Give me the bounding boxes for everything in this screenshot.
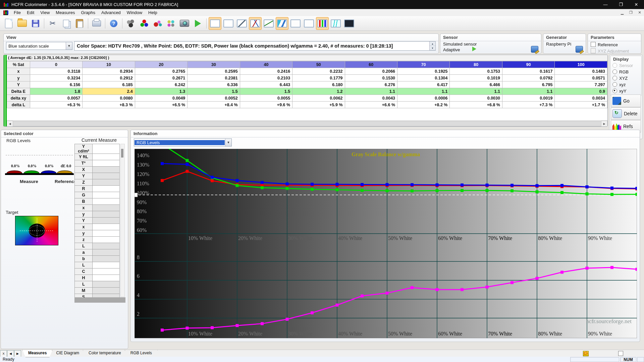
scroll-left-icon[interactable]: ◀ <box>7 121 13 127</box>
generator-configure-icon[interactable] <box>576 46 583 53</box>
cut-button[interactable]: ✂ <box>46 17 59 30</box>
measure-row-label: L <box>75 281 93 288</box>
measure-row-label: Y ftL <box>75 154 93 160</box>
view-blank-chart-button[interactable] <box>222 17 235 30</box>
print-button[interactable] <box>90 17 103 30</box>
minimize-button[interactable]: — <box>598 0 613 9</box>
sensor-panel-title: Sensor <box>440 34 541 41</box>
run-measures-button[interactable] <box>192 17 204 30</box>
svg-text:70% White: 70% White <box>488 235 512 241</box>
view-color-temp-icon <box>277 19 287 27</box>
tabs-next-icon[interactable]: ▶ <box>14 350 21 357</box>
mdi-close-button[interactable]: ✕ <box>635 10 644 15</box>
view-cie-diagram-icon <box>250 19 260 27</box>
scroll-right-icon[interactable]: ▶ <box>601 121 607 127</box>
chevron-down-icon[interactable]: ▼ <box>66 42 72 50</box>
cut-icon: ✂ <box>50 20 56 27</box>
sensor-configure-icon[interactable] <box>531 46 538 53</box>
measure-row-value <box>93 268 120 275</box>
save-button[interactable] <box>29 17 42 30</box>
maximize-button[interactable]: ❐ <box>613 0 629 9</box>
view-mode-dropdown[interactable]: Blue saturation scale ▼ <box>6 42 72 50</box>
view-free-measures-button[interactable] <box>343 17 356 30</box>
svg-text:50% White: 50% White <box>388 235 412 241</box>
notes-icon[interactable] <box>583 351 589 356</box>
menu-file[interactable]: File <box>11 9 24 16</box>
tabs-prev-icon[interactable]: ◀ <box>7 350 14 357</box>
menu-measures[interactable]: Measures <box>53 9 78 16</box>
color-wheel-button[interactable] <box>151 17 164 30</box>
table-cell: +8.3 % <box>83 102 135 108</box>
go-button[interactable]: Go <box>611 95 641 107</box>
table-cell: +8.4 % <box>187 102 240 108</box>
view-cie-diagram-button[interactable] <box>249 17 262 30</box>
open-file-icon <box>17 20 27 27</box>
table-cell: 0.2765 <box>135 68 187 75</box>
column-header-30: 30 <box>187 61 240 68</box>
tab-color-temperature[interactable]: Color temperature <box>83 350 127 357</box>
view-gamma-chart-button[interactable] <box>235 17 248 30</box>
display-radio-rgb[interactable] <box>612 69 617 74</box>
view-color-temp-button[interactable] <box>276 17 288 30</box>
display-radio-xyz[interactable] <box>612 82 617 87</box>
histogram-icon <box>612 122 621 130</box>
current-measure-row: X <box>75 167 120 173</box>
mdi-restore-button[interactable]: ❐ <box>627 10 635 15</box>
view-chart-7-icon <box>290 19 301 27</box>
view-rgb-levels-button[interactable] <box>316 17 329 30</box>
display-panel-title: Display <box>610 56 641 62</box>
column-header-80: 80 <box>450 61 502 68</box>
table-cell: 0.0571 <box>555 75 607 81</box>
tabs-close-icon[interactable]: X <box>0 350 7 357</box>
menu-help[interactable]: Help <box>145 9 160 16</box>
chevron-down-icon[interactable]: ▼ <box>225 139 231 146</box>
info-spinner[interactable]: ▲▼ <box>429 42 435 50</box>
tab-measures[interactable]: Measures <box>22 350 52 357</box>
table-cell: +8.2 % <box>397 102 450 108</box>
view-waveform-button[interactable] <box>329 17 342 30</box>
mdi-minimize-button[interactable]: ▁ <box>618 10 627 15</box>
reference-checkbox[interactable] <box>591 42 596 47</box>
display-radio-xyy[interactable] <box>612 88 617 93</box>
delete-button[interactable]: Delete <box>611 107 641 120</box>
sensor-play-icon[interactable] <box>472 47 476 51</box>
view-chart-8-button[interactable] <box>303 17 315 30</box>
measure-row-value <box>93 281 120 288</box>
scrollbar-thumb[interactable] <box>121 149 123 158</box>
table-horizontal-scrollbar[interactable]: ◀ ▶ <box>7 120 607 126</box>
view-luminance-chart-button[interactable] <box>262 17 275 30</box>
new-file-button[interactable] <box>2 17 15 30</box>
table-cell: +6.6 % <box>345 102 397 108</box>
display-radio-xyz[interactable] <box>612 76 617 80</box>
information-view-dropdown[interactable]: RGB Levels ▼ <box>134 138 232 146</box>
paste-button[interactable] <box>73 17 86 30</box>
help-button[interactable]: ? <box>107 17 120 30</box>
help-icon: ? <box>110 20 117 27</box>
saturation-spheres-button[interactable] <box>165 17 177 30</box>
current-measure-scrollbar[interactable] <box>120 144 125 297</box>
menu-edit[interactable]: Edit <box>24 9 37 16</box>
open-file-button[interactable] <box>16 17 29 30</box>
menu-view[interactable]: View <box>37 9 53 16</box>
close-button[interactable]: ✕ <box>629 0 644 9</box>
table-selection-gutter[interactable] <box>4 55 7 126</box>
view-measures-grid-button[interactable] <box>209 17 221 30</box>
tab-rgb-levels[interactable]: RGB Levels <box>125 350 158 357</box>
rgb-spheres-button[interactable] <box>138 17 151 30</box>
table-cell: +9.6 % <box>240 102 292 108</box>
tab-cie-diagram[interactable]: CIE Diagram <box>50 350 85 357</box>
menu-window[interactable]: Window <box>124 9 145 16</box>
measure-row-label: T° <box>75 160 93 167</box>
copy-button[interactable] <box>60 17 72 30</box>
generator-panel-title: Generator <box>543 34 586 41</box>
statusbar-reference-checkbox[interactable] <box>618 351 623 356</box>
menu-advanced[interactable]: Advanced <box>98 9 124 16</box>
current-measure-row: z <box>75 237 120 243</box>
view-chart-7-button[interactable] <box>289 17 302 30</box>
sensor-spheres-button[interactable] <box>124 17 137 30</box>
menu-graphs[interactable]: Graphs <box>78 9 98 16</box>
table-cell: 0.2934 <box>83 68 135 75</box>
spin-down-icon: ▼ <box>430 46 435 50</box>
camera-button[interactable] <box>178 17 191 30</box>
scrollbar-thumb[interactable] <box>13 121 601 126</box>
